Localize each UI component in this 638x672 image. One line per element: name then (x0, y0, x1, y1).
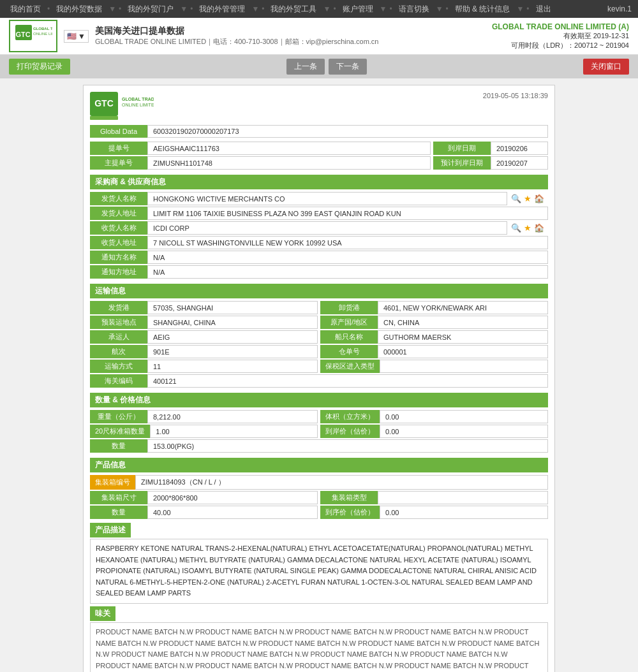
inbond-label: 仓单号 (320, 345, 378, 358)
prod-cif-col: 到序价（估价） 0.00 (320, 506, 548, 519)
svg-text:GTC: GTC (15, 31, 30, 38)
nav-tools[interactable]: 我的外贸工具 (267, 4, 320, 15)
cif-col: 到岸价（估价） 0.00 (320, 425, 548, 438)
qty-value: 153.00(PKG) (147, 439, 548, 453)
bond-type-col: 保税区进入类型 (320, 360, 548, 373)
container-row: 20尺标准箱数量 1.00 到岸价（估价） 0.00 (90, 425, 548, 438)
star-icon-receiver[interactable]: ★ (524, 223, 531, 233)
estimate-date-value: 20190207 (491, 156, 548, 170)
product-section: 产品信息 集装箱编号 ZIMU1184093（CN / L / ） 集装箱尺寸 … (90, 458, 548, 672)
top-toolbar: 打印贸易记录 上一条 下一条 关闭窗口 (0, 55, 638, 78)
svg-text:ONLINE LIMITED: ONLINE LIMITED (122, 103, 154, 107)
bill-row: 提单号 AEIGSHAAIC111763 到岸日期 20190206 (90, 142, 548, 155)
load-place-value: SHANGHAI, CHINA (147, 316, 318, 329)
receiver-addr-row: 收货人地址 7 NICOLL ST WASHINGTONVILLE NEW YO… (90, 236, 548, 249)
load-place-col: 预装运地点 SHANGHAI, CHINA (90, 316, 318, 329)
buyer-section: 采购商 & 供应商信息 发货人名称 HONGKONG WICTIVE MERCH… (90, 175, 548, 279)
flag-selector[interactable]: 🇺🇸 ▼ (64, 30, 89, 43)
print-button-top[interactable]: 打印贸易记录 (9, 59, 70, 75)
nav-foreign-portal[interactable]: 我的外贸门户 (124, 4, 177, 15)
place-row: 预装运地点 SHANGHAI, CHINA 原产国/地区 CN, CHINA (90, 316, 548, 329)
consignee-label: 发货人名称 (90, 192, 147, 205)
weight-col: 重量（公斤） 8,212.00 (90, 410, 318, 423)
doc-header: GTC GLOBAL TRADE ONLINE LIMITED 2019-05-… (90, 92, 548, 120)
inbond-value: 000001 (378, 345, 548, 358)
qty-label: 数量 (90, 439, 147, 453)
nav-logout[interactable]: 退出 (532, 4, 555, 15)
header-bar: GTC GLOBAL TRADE ONLINE LIMITED 🇺🇸 ▼ 美国海… (0, 18, 638, 55)
bond-type-label: 保税区进入类型 (320, 360, 380, 373)
search-icon-receiver[interactable]: 🔍 (511, 223, 521, 233)
remarks-box: PRODUCT NAME BATCH N.W PRODUCT NAME BATC… (90, 622, 548, 672)
quantity-section: 数量 & 价格信息 重量（公斤） 8,212.00 体积（立方米） 0.00 2… (90, 393, 548, 453)
nav-account[interactable]: 账户管理 (339, 4, 377, 15)
company-name: GLOBAL TRADE ONLINE LIMITED (A) (492, 22, 629, 31)
container-type-label: 集装箱类型 (320, 491, 378, 504)
receiver-addr-value: 7 NICOLL ST WASHINGTONVILLE NEW YORK 109… (147, 236, 548, 249)
master-bill-value: ZIMUSNH1101748 (147, 156, 431, 170)
top-navigation: 我的首页 • 我的外贸数据 ▼ • 我的外贸门户 ▼ • 我的外管管理 ▼ • … (0, 0, 638, 18)
receiver-value: ICDI CORP (147, 221, 507, 235)
weight-value: 8,212.00 (147, 410, 318, 423)
gtc-logo-svg: GTC GLOBAL TRADE ONLINE LIMITED (14, 24, 52, 47)
discharge-port-label: 卸货港 (320, 301, 378, 314)
load-port-label: 发货港 (90, 301, 147, 314)
svg-text:GTC: GTC (94, 98, 114, 108)
page-title: 美国海关进口提单数据 (95, 26, 379, 37)
prod-cif-label: 到序价（估价） (320, 506, 380, 519)
notify-label: 通知方名称 (90, 251, 147, 264)
origin-col: 原产国/地区 CN, CHINA (320, 316, 548, 329)
search-icon-consignee[interactable]: 🔍 (511, 194, 521, 203)
receiver-addr-label: 收货人地址 (90, 236, 147, 249)
volume-value: 0.00 (380, 410, 548, 423)
home-icon-receiver[interactable]: 🏠 (534, 223, 544, 233)
nav-user: kevin.1 (607, 4, 632, 13)
voyage-label: 航次 (90, 345, 147, 358)
receiver-row: 收货人名称 ICDI CORP 🔍 ★ 🏠 (90, 221, 548, 235)
cif-label: 到岸价（估价） (320, 425, 380, 438)
prod-qty-col: 数量 40.00 (90, 506, 318, 519)
header-left: GTC GLOBAL TRADE ONLINE LIMITED 🇺🇸 ▼ 美国海… (9, 20, 378, 52)
desc-title: 产品描述 (90, 523, 131, 537)
star-icon-consignee[interactable]: ★ (524, 194, 531, 203)
carrier-label: 承运人 (90, 330, 147, 344)
svg-rect-7 (90, 116, 118, 120)
transport-label: 运输方式 (90, 360, 147, 373)
container-no-row: 集装箱编号 ZIMU1184093（CN / L / ） (90, 475, 548, 490)
nav-help[interactable]: 帮助 & 统计信息 (451, 4, 514, 15)
container20-col: 20尺标准箱数量 1.00 (90, 425, 318, 438)
nav-trade-data[interactable]: 我的外贸数据 (52, 4, 106, 15)
remark-title: 味关 (90, 606, 115, 621)
origin-label: 原产国/地区 (320, 316, 378, 329)
vessel-col: 船只名称 GUTHORM MAERSK (320, 330, 548, 344)
nav-home[interactable]: 我的首页 (6, 4, 45, 15)
nav-foreign-manage[interactable]: 我的外管管理 (195, 4, 249, 15)
consignee-addr-value: LIMIT RM 1106 TAIXIE BUSINESS PLAZA NO 3… (147, 207, 548, 220)
customs-value: 400121 (147, 374, 548, 388)
doc-gtc-logo: GTC GLOBAL TRADE ONLINE LIMITED (90, 92, 154, 120)
consignee-row: 发货人名称 HONGKONG WICTIVE MERCHANTS CO 🔍 ★ … (90, 192, 548, 205)
expiry-date: 有效期至 2019-12-31 (492, 31, 629, 41)
global-data-row: Global Data 6003201902070000207173 (90, 125, 548, 138)
discharge-port-value: 4601, NEW YORK/NEWARK ARI (378, 301, 548, 314)
close-button-top[interactable]: 关闭窗口 (583, 59, 629, 75)
next-button-top[interactable]: 下一条 (329, 59, 367, 75)
notify-addr-label: 通知方地址 (90, 265, 147, 279)
inbond-col: 仓单号 000001 (320, 345, 548, 358)
flag-dropdown-arrow: ▼ (78, 32, 85, 41)
shipping-section-title: 运输信息 (90, 284, 548, 298)
qty-row: 数量 153.00(PKG) (90, 439, 548, 453)
buyer-section-title: 采购商 & 供应商信息 (90, 175, 548, 189)
page-title-block: 美国海关进口提单数据 GLOBAL TRADE ONLINE LIMITED｜电… (95, 26, 379, 47)
quantity-section-title: 数量 & 价格信息 (90, 393, 548, 407)
nav-language[interactable]: 语言切换 (395, 4, 433, 15)
doc-timestamp: 2019-05-05 13:18:39 (483, 92, 548, 99)
master-bill-label: 主提单号 (90, 156, 147, 170)
home-icon-consignee[interactable]: 🏠 (534, 194, 544, 203)
container-size-value: 2000*806*800 (147, 491, 318, 504)
bill-no-value: AEIGSHAAIC111763 (147, 142, 431, 155)
cif-value: 0.00 (380, 425, 548, 438)
prev-button-top[interactable]: 上一条 (286, 59, 325, 75)
shipping-section: 运输信息 发货港 57035, SHANGHAI 卸货港 4601, NEW Y… (90, 284, 548, 388)
voyage-col: 航次 901E (90, 345, 318, 358)
